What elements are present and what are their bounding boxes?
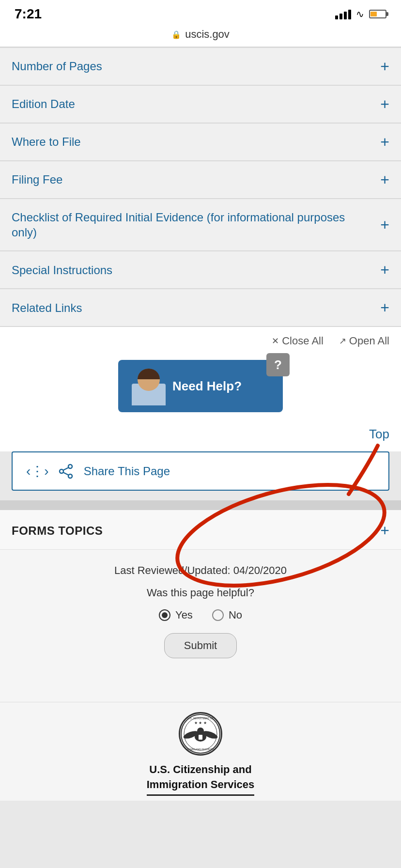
helpful-question-text: Was this page helpful? xyxy=(12,587,389,599)
gray-divider xyxy=(0,500,401,510)
need-help-banner[interactable]: Need Help? ? xyxy=(118,360,283,412)
url-text[interactable]: uscis.gov xyxy=(185,28,230,41)
signal-bar-3 xyxy=(344,12,347,19)
accordion-item-number-of-pages[interactable]: Number of Pages + xyxy=(0,47,401,86)
signal-bar-1 xyxy=(335,16,338,19)
need-help-text: Need Help? xyxy=(172,379,242,394)
svg-point-9 xyxy=(197,728,204,734)
battery-icon xyxy=(369,10,386,18)
dhs-org-name: U.S. Citizenship and Immigration Service… xyxy=(147,762,255,796)
forms-topics-label: FORMS TOPICS xyxy=(12,524,103,538)
svg-line-5 xyxy=(63,472,68,475)
help-question-bubble: ? xyxy=(266,353,290,376)
forms-topics-plus: + xyxy=(380,522,389,540)
radio-yes-circle[interactable] xyxy=(159,609,170,621)
accordion-plus-checklist: + xyxy=(380,217,389,232)
accordion-label-checklist: Checklist of Required Initial Evidence (… xyxy=(12,210,372,240)
forms-topics-section[interactable]: FORMS TOPICS + xyxy=(0,510,401,550)
page-wrapper: 7:21 ∿ 🔒 uscis.gov Number of Pages + Edi… xyxy=(0,0,401,801)
svg-line-4 xyxy=(63,467,68,470)
signal-bars-icon xyxy=(335,9,351,19)
status-bar: 7:21 ∿ xyxy=(0,0,401,24)
radio-group: Yes No xyxy=(12,609,389,621)
signal-bar-4 xyxy=(348,10,351,19)
accordion-item-edition-date[interactable]: Edition Date + xyxy=(0,86,401,124)
radio-yes-dot xyxy=(162,612,168,618)
radio-no-label: No xyxy=(229,609,242,621)
accordion-label-filing-fee: Filing Fee xyxy=(12,172,372,187)
close-all-button[interactable]: ✕ Close All xyxy=(272,335,324,347)
top-link[interactable]: Top xyxy=(369,427,389,442)
wifi-icon: ∿ xyxy=(356,8,364,20)
status-time: 7:21 xyxy=(15,6,42,22)
accordion-label-related-links: Related Links xyxy=(12,300,372,315)
submit-container: Submit xyxy=(12,633,389,673)
accordion-label-number-of-pages: Number of Pages xyxy=(12,59,372,74)
accordion-item-filing-fee[interactable]: Filing Fee + xyxy=(0,161,401,199)
helpful-question-value: Was this page helpful? xyxy=(147,587,254,599)
need-help-container: Need Help? ? xyxy=(0,355,401,422)
svg-text:U.S. DEPARTMENT OF: U.S. DEPARTMENT OF xyxy=(187,717,213,720)
accordion-plus-special-instructions: + xyxy=(380,262,389,278)
radio-yes-label: Yes xyxy=(175,609,193,621)
accordion-plus-filing-fee: + xyxy=(380,172,389,187)
svg-point-3 xyxy=(68,474,72,478)
share-text: Share This Page xyxy=(84,465,170,478)
svg-text:HOMELAND SECURITY: HOMELAND SECURITY xyxy=(187,748,214,751)
dhs-seal-svg: ★ ★ ★ HOMELAND SECURITY U.S. DEPARTMENT … xyxy=(180,713,221,754)
status-icons: ∿ xyxy=(335,8,386,20)
avatar xyxy=(132,367,166,405)
open-all-icon: ↗ xyxy=(339,336,346,346)
accordion-label-edition-date: Edition Date xyxy=(12,96,372,111)
footer-area: Last Reviewed/Updated: 04/20/2020 Was th… xyxy=(0,550,401,702)
accordion-section: Number of Pages + Edition Date + Where t… xyxy=(0,47,401,327)
accordion-item-special-instructions[interactable]: Special Instructions + xyxy=(0,251,401,289)
accordion-plus-number-of-pages: + xyxy=(380,59,389,74)
accordion-item-related-links[interactable]: Related Links + xyxy=(0,289,401,327)
top-link-row: Top xyxy=(0,422,401,451)
close-all-icon: ✕ xyxy=(272,336,279,346)
accordion-plus-related-links: + xyxy=(380,300,389,315)
accordion-plus-edition-date: + xyxy=(380,96,389,112)
dhs-seal: ★ ★ ★ HOMELAND SECURITY U.S. DEPARTMENT … xyxy=(179,712,222,756)
controls-row: ✕ Close All ↗ Open All xyxy=(0,327,401,355)
last-reviewed-text: Last Reviewed/Updated: 04/20/2020 xyxy=(12,564,389,577)
svg-point-1 xyxy=(68,465,72,468)
accordion-item-where-to-file[interactable]: Where to File + xyxy=(0,124,401,161)
dhs-name-line1: U.S. Citizenship and xyxy=(147,762,255,777)
svg-rect-12 xyxy=(199,735,202,740)
signal-bar-2 xyxy=(339,14,342,19)
accordion-label-special-instructions: Special Instructions xyxy=(12,263,372,278)
accordion-item-checklist[interactable]: Checklist of Required Initial Evidence (… xyxy=(0,199,401,251)
url-bar: 🔒 uscis.gov xyxy=(0,24,401,47)
radio-no-circle[interactable] xyxy=(212,609,224,621)
open-all-label: Open All xyxy=(349,335,389,347)
accordion-plus-where-to-file: + xyxy=(380,134,389,150)
open-all-button[interactable]: ↗ Open All xyxy=(339,335,389,347)
dhs-underline xyxy=(147,794,255,796)
accordion-label-where-to-file: Where to File xyxy=(12,134,372,149)
radio-no-option[interactable]: No xyxy=(212,609,242,621)
question-mark: ? xyxy=(274,357,282,372)
dhs-seal-area: ★ ★ ★ HOMELAND SECURITY U.S. DEPARTMENT … xyxy=(0,702,401,801)
last-reviewed-value: Last Reviewed/Updated: 04/20/2020 xyxy=(114,564,287,576)
lock-icon: 🔒 xyxy=(171,30,181,39)
share-box[interactable]: ‹⋮› Share This Page xyxy=(12,451,389,491)
close-all-label: Close All xyxy=(282,335,324,347)
battery-fill xyxy=(370,12,377,16)
dhs-name-line2: Immigration Services xyxy=(147,777,255,792)
submit-button[interactable]: Submit xyxy=(164,633,237,658)
svg-text:★ ★ ★: ★ ★ ★ xyxy=(194,721,206,725)
radio-yes-option[interactable]: Yes xyxy=(159,609,193,621)
svg-point-2 xyxy=(60,469,63,473)
share-icon: ‹⋮› xyxy=(26,463,49,479)
share-svg-icon xyxy=(59,464,74,479)
